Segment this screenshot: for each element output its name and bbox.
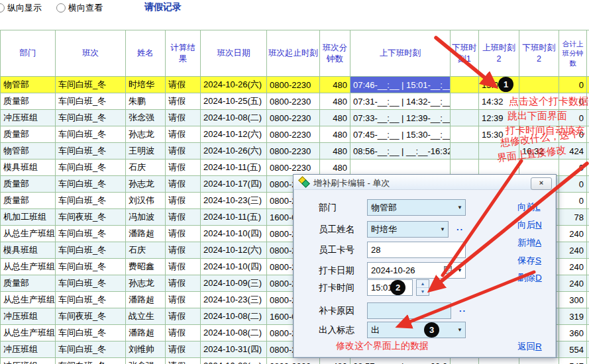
cell-total[interactable]: 554 (559, 341, 587, 358)
cell-date[interactable]: 2024-10-26(六) (201, 143, 267, 159)
cell-date[interactable]: 2024-10-08(二) (201, 325, 267, 341)
cell-total[interactable]: 360 (559, 325, 587, 341)
cell-range[interactable]: 0800-2230 (267, 126, 320, 143)
dialog-button-l[interactable]: 向前L (517, 201, 541, 213)
cell-total[interactable]: 0 (559, 176, 587, 193)
cell-date[interactable]: 2024-10-23(三) (201, 193, 267, 209)
cell-shift[interactable]: 车间白班_冬 (56, 275, 126, 292)
cell-dept[interactable]: 从总生产班组 (1, 259, 56, 275)
cell-date[interactable]: 2024-10-11(五) (201, 209, 267, 226)
cell-date[interactable]: 2024-10-28(一) (201, 358, 267, 364)
cell-off2[interactable] (519, 159, 559, 176)
cell-result[interactable]: 请假 (166, 275, 201, 292)
cell-date[interactable]: 2024-10-25(五) (201, 93, 267, 110)
cell-name[interactable]: 孙志龙 (126, 275, 166, 292)
cell-mins[interactable]: 480 (320, 110, 350, 126)
cell-dept[interactable]: 质量部 (1, 93, 56, 110)
cell-dept[interactable]: 物管部 (1, 77, 56, 93)
cell-shift[interactable]: 车间夜班_冬 (56, 308, 126, 325)
cell-off1[interactable] (451, 159, 479, 176)
browse-dots-button[interactable]: .. (459, 304, 466, 314)
field-input-3[interactable]: 28 (367, 242, 466, 258)
cell-name[interactable]: 孙志龙 (126, 126, 166, 143)
cell-on2[interactable] (479, 143, 519, 159)
cell-mins[interactable]: 480 (320, 159, 350, 176)
cell-shift[interactable]: 车间白班_冬 (56, 159, 126, 176)
spinner-up-icon[interactable]: ▲ (417, 280, 429, 288)
cell-result[interactable]: 请假 (166, 226, 201, 242)
chevron-down-icon[interactable]: ▼ (440, 222, 445, 237)
cell-total[interactable]: 0 (559, 193, 587, 209)
leave-records-link[interactable]: 请假记录 (144, 1, 182, 13)
cell-punch[interactable]: 07:33-__:__ | 12:39-__:__ (350, 110, 451, 126)
cell-total[interactable]: 78 (559, 209, 587, 226)
cell-punch[interactable]: 07:46-__:__ | 15:01-__:__ (350, 77, 451, 93)
cell-shift[interactable]: 车间白班_冬 (56, 242, 126, 259)
cell-name[interactable]: 张念强 (126, 110, 166, 126)
cell-mins[interactable]: 480 (320, 93, 350, 110)
dialog-button-r[interactable]: 返回R (517, 341, 542, 353)
cell-off2[interactable] (519, 110, 559, 126)
cell-shift[interactable]: 车间白班_冬 (56, 292, 126, 308)
close-icon[interactable]: × (531, 177, 552, 190)
cell-on2[interactable]: 15:30 (479, 126, 519, 143)
field-input-4[interactable]: 2024-10-26▼ (367, 262, 466, 279)
cell-punch[interactable]: 07:45-__:__ | 15:30-__:__ (350, 126, 451, 143)
cell-dept[interactable]: 质量部 (1, 193, 56, 209)
table-row[interactable]: 模具班组车间白班_冬石庆请假2024-10-11(五)0800-22304800 (1, 159, 589, 176)
cell-name[interactable]: 刘维帅 (126, 341, 166, 358)
cell-dept[interactable]: 质量部 (1, 275, 56, 292)
cell-mins[interactable]: 480 (320, 143, 350, 159)
cell-mins[interactable]: 480 (320, 77, 350, 93)
field-input-2[interactable]: 时培华▼ (367, 221, 449, 238)
field-input-5[interactable]: 15:01 (367, 279, 413, 296)
cell-punch[interactable]: 08:57-__:__ | __:__-09:04 (350, 358, 451, 364)
cell-dept[interactable]: 从总生产班组 (1, 325, 56, 341)
cell-name[interactable]: 费昭鑫 (126, 259, 166, 275)
cell-on2[interactable]: 15:01 (479, 77, 519, 93)
radio-vertical-display[interactable]: 纵向显示 (0, 3, 42, 13)
cell-result[interactable]: 请假 (166, 358, 201, 364)
cell-shift[interactable]: 车间白班_冬 (56, 341, 126, 358)
cell-mins[interactable]: 480 (320, 126, 350, 143)
cell-shift[interactable]: 车间白班_冬 (56, 93, 126, 110)
cell-result[interactable]: 请假 (166, 176, 201, 193)
cell-total[interactable]: 240 (559, 259, 587, 275)
cell-dept[interactable]: 质量部 (1, 126, 56, 143)
cell-date[interactable]: 2024-10-12(六) (201, 126, 267, 143)
cell-range[interactable]: 0800-2230 (267, 110, 320, 126)
radio-circle-icon[interactable] (0, 3, 5, 13)
cell-dept[interactable]: 从总生产班组 (1, 226, 56, 242)
cell-off1[interactable] (451, 110, 479, 126)
cell-range[interactable]: 0800-2230 (267, 93, 320, 110)
cell-date[interactable]: 2024-10-10(四) (201, 226, 267, 242)
cell-on2[interactable] (479, 358, 519, 364)
table-row[interactable]: 质量部车间白班_冬孙志龙请假2024-10-12(六)0800-22304800… (1, 126, 589, 143)
calendar-icon[interactable] (444, 266, 452, 274)
cell-on2[interactable]: 12:39 (479, 110, 519, 126)
field-input-7[interactable]: 出▼ (367, 322, 466, 338)
table-row[interactable]: 冲压班组车间白班_冬张念强请假2024-10-28(一)0800-2230480… (1, 358, 589, 364)
cell-shift[interactable]: 车间白班_冬 (56, 358, 126, 364)
table-row[interactable]: 物管部车间白班_冬王明波请假2024-10-26(六)0800-22304800… (1, 143, 589, 159)
cell-off2[interactable] (519, 77, 559, 93)
dialog-button-a[interactable]: 新增A (517, 237, 541, 249)
cell-off2[interactable] (519, 93, 559, 110)
cell-name[interactable]: 潘路超 (126, 226, 166, 242)
chevron-down-icon[interactable]: ▼ (457, 263, 462, 278)
cell-shift[interactable]: 车间白班_冬 (56, 143, 126, 159)
cell-name[interactable]: 时培华 (126, 77, 166, 93)
cell-name[interactable]: 刘汉伟 (126, 193, 166, 209)
cell-off1[interactable] (451, 93, 479, 110)
cell-dept[interactable]: 质量部 (1, 176, 56, 193)
cell-total[interactable]: 0 (559, 93, 587, 110)
cell-result[interactable]: 请假 (166, 259, 201, 275)
cell-date[interactable]: 2024-10-11(五) (201, 159, 267, 176)
cell-date[interactable]: 2024-10-09(三) (201, 275, 267, 292)
cell-range[interactable]: 0800-2230 (267, 77, 320, 93)
cell-on2[interactable]: 14:32 (479, 93, 519, 110)
cell-shift[interactable]: 车间白班_冬 (56, 110, 126, 126)
browse-dots-button[interactable]: .. (456, 222, 464, 232)
cell-date[interactable]: 2024-10-08(二) (201, 308, 267, 325)
cell-total[interactable]: 319 (559, 308, 587, 325)
